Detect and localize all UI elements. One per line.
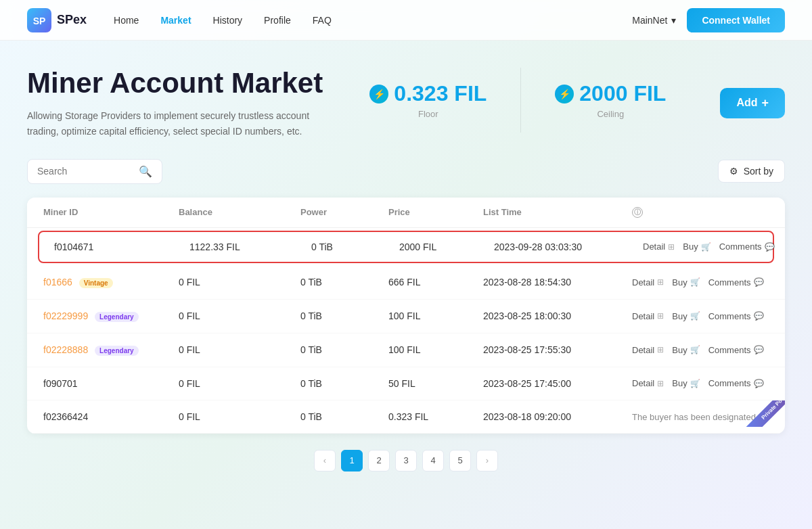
comments-link[interactable]: Comments 💬 — [708, 378, 764, 388]
page-5-button[interactable]: 5 — [449, 450, 471, 472]
buy-icon: 🛒 — [690, 379, 700, 388]
page-2-button[interactable]: 2 — [368, 450, 390, 472]
price-cell: 50 FIL — [388, 378, 483, 389]
svg-text:SP: SP — [33, 16, 46, 26]
table-row: f01666 Vintage 0 FIL 0 TiB 666 FIL 2023-… — [27, 266, 785, 300]
detail-link[interactable]: Detail ⊞ — [632, 277, 664, 288]
nav-faq[interactable]: FAQ — [313, 15, 332, 26]
hero-text: Miner Account Market Allowing Storage Pr… — [27, 68, 336, 139]
miner-id-cell: f02228888 Legendary — [43, 344, 179, 356]
nav-home[interactable]: Home — [114, 15, 139, 26]
buy-link[interactable]: Buy 🛒 — [672, 378, 700, 388]
comments-link[interactable]: Comments 💬 — [708, 311, 764, 321]
next-page-button[interactable]: › — [476, 450, 498, 472]
nav-history[interactable]: History — [213, 15, 243, 26]
legendary-badge: Legendary — [95, 312, 139, 322]
private-pool-badge: Private Pool — [745, 400, 785, 427]
logo[interactable]: SP SPex — [27, 8, 87, 32]
page-4-button[interactable]: 4 — [422, 450, 444, 472]
miner-id-cell: f0104671 — [54, 242, 189, 252]
detail-icon: ⊞ — [657, 277, 664, 287]
search-input[interactable] — [37, 166, 133, 177]
col-actions: ⓘ — [632, 207, 769, 218]
add-button[interactable]: Add + — [720, 88, 785, 118]
list-time-cell: 2023-08-25 18:00:30 — [483, 310, 632, 321]
detail-icon: ⊞ — [668, 242, 675, 252]
buy-icon: 🛒 — [690, 277, 700, 287]
miner-id-cell: f090701 — [43, 378, 179, 389]
ceiling-value: ⚡ 2000 FIL — [555, 81, 666, 106]
balance-cell: 0 FIL — [179, 344, 300, 355]
col-balance: Balance — [179, 207, 300, 218]
col-price: Price — [388, 207, 483, 218]
buy-icon: 🛒 — [701, 242, 711, 252]
comments-link[interactable]: Comments 💬 — [708, 277, 764, 288]
price-cell: 0.323 FIL — [388, 411, 483, 422]
plus-icon: + — [761, 96, 769, 110]
nav-right: MainNet ▾ Connect Wallet — [632, 8, 785, 32]
nav-profile[interactable]: Profile — [264, 15, 291, 26]
col-miner-id: Miner ID — [43, 207, 179, 218]
comments-icon: 💬 — [754, 379, 764, 388]
comments-icon: 💬 — [754, 345, 764, 354]
table-row: f02366424 0 FIL 0 TiB 0.323 FIL 2023-08-… — [27, 400, 785, 434]
navbar: SP SPex Home Market History Profile FAQ … — [0, 0, 812, 41]
table-row-private-wrapper: f02366424 0 FIL 0 TiB 0.323 FIL 2023-08-… — [27, 400, 785, 434]
search-box[interactable]: 🔍 — [27, 159, 162, 184]
comments-icon: 💬 — [754, 311, 764, 321]
market-table: Miner ID Balance Power Price List Time ⓘ… — [27, 198, 785, 434]
page-1-button[interactable]: 1 — [341, 450, 363, 472]
miner-id-cell: f02229999 Legendary — [43, 310, 179, 322]
detail-link[interactable]: Detail ⊞ — [632, 345, 664, 355]
buy-link[interactable]: Buy 🛒 — [672, 311, 700, 321]
balance-cell: 1122.33 FIL — [189, 242, 311, 252]
detail-link[interactable]: Detail ⊞ — [643, 242, 675, 252]
price-cell: 2000 FIL — [399, 242, 494, 252]
vintage-badge: Vintage — [79, 278, 113, 288]
network-label: MainNet — [632, 15, 667, 26]
table-row: f02229999 Legendary 0 FIL 0 TiB 100 FIL … — [27, 300, 785, 334]
actions-cell: Detail ⊞ Buy 🛒 Comments 💬 — [632, 345, 769, 355]
power-cell: 0 TiB — [300, 378, 388, 389]
actions-cell: Detail ⊞ Buy 🛒 Comments 💬 — [632, 311, 769, 321]
main-content: 🔍 ⚙ Sort by Miner ID Balance Power Price… — [0, 152, 812, 501]
miner-id-cell: f01666 Vintage — [43, 277, 179, 288]
network-selector[interactable]: MainNet ▾ — [632, 15, 676, 26]
floor-value: ⚡ 0.323 FIL — [369, 81, 487, 106]
comments-link[interactable]: Comments 💬 — [708, 345, 764, 355]
sort-button[interactable]: ⚙ Sort by — [718, 160, 785, 183]
balance-cell: 0 FIL — [179, 277, 300, 288]
balance-cell: 0 FIL — [179, 378, 300, 389]
buy-icon: 🛒 — [690, 311, 700, 321]
detail-link[interactable]: Detail ⊞ — [632, 311, 664, 321]
table-row: f090701 0 FIL 0 TiB 50 FIL 2023-08-25 17… — [27, 367, 785, 400]
actions-cell: Detail ⊞ Buy 🛒 Comments 💬 — [632, 378, 769, 388]
comments-link[interactable]: Comments 💬 — [719, 242, 775, 252]
power-cell: 0 TiB — [311, 242, 399, 252]
miner-id-cell: f02366424 — [43, 411, 179, 422]
connect-wallet-button[interactable]: Connect Wallet — [687, 8, 785, 32]
search-icon: 🔍 — [139, 165, 152, 178]
buy-link[interactable]: Buy 🛒 — [672, 345, 700, 355]
prev-page-button[interactable]: ‹ — [314, 450, 336, 472]
table-header: Miner ID Balance Power Price List Time ⓘ — [27, 198, 785, 228]
power-cell: 0 TiB — [300, 277, 388, 288]
detail-icon: ⊞ — [657, 379, 664, 388]
floor-icon: ⚡ — [369, 85, 388, 104]
buy-link[interactable]: Buy 🛒 — [672, 277, 700, 288]
actions-cell: Detail ⊞ Buy 🛒 Comments 💬 — [632, 277, 769, 288]
detail-link[interactable]: Detail ⊞ — [632, 378, 664, 388]
table-row: f02228888 Legendary 0 FIL 0 TiB 100 FIL … — [27, 334, 785, 367]
buy-link[interactable]: Buy 🛒 — [683, 242, 710, 252]
hero-stats: ⚡ 0.323 FIL Floor ⚡ 2000 FIL Ceiling — [336, 68, 700, 133]
ceiling-stat: ⚡ 2000 FIL Ceiling — [521, 68, 700, 133]
actions-cell: Detail ⊞ Buy 🛒 Comments 💬 — [643, 242, 775, 252]
sort-icon: ⚙ — [729, 166, 738, 177]
col-list-time: List Time — [483, 207, 632, 218]
nav-market[interactable]: Market — [160, 15, 191, 26]
buy-icon: 🛒 — [690, 345, 700, 354]
power-cell: 0 TiB — [300, 310, 388, 321]
balance-cell: 0 FIL — [179, 411, 300, 422]
page-3-button[interactable]: 3 — [395, 450, 417, 472]
logo-icon: SP — [27, 8, 51, 32]
